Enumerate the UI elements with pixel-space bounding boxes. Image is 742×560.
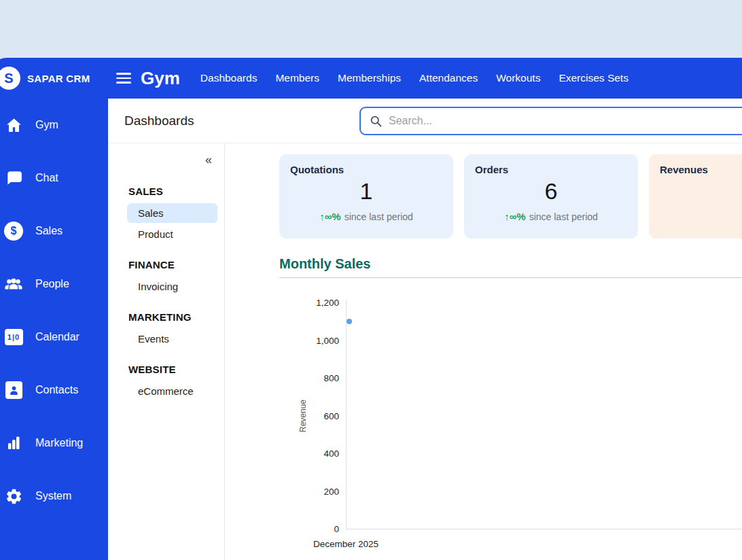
kpi-title: Revenues xyxy=(660,164,742,175)
y-tick: 600 xyxy=(279,411,339,421)
sidebar: S SAPAR CRM Gym Chat $ Sales People xyxy=(0,58,108,560)
kpi-caption: since last period xyxy=(344,211,413,222)
sidebar-item-calendar[interactable]: 1|0 Calendar xyxy=(0,311,108,364)
sidebar-item-chat[interactable]: Chat xyxy=(0,152,108,205)
hamburger-menu-icon[interactable] xyxy=(116,73,131,84)
main-column: Gym Dashboards Members Memberships Atten… xyxy=(108,58,742,560)
contact-card-icon xyxy=(3,381,24,399)
submenu-item-events[interactable]: Events xyxy=(127,329,217,349)
topnav-item-attendances[interactable]: Attendances xyxy=(419,72,478,84)
chart-title-divider xyxy=(279,277,742,278)
people-icon xyxy=(3,276,24,292)
submenu-section-marketing: MARKETING Events xyxy=(108,304,224,349)
y-tick: 1,000 xyxy=(279,336,339,346)
kpi-cards-row: Quotations 1 ↑∞%since last period Orders… xyxy=(279,154,742,239)
sidebar-item-label: Contacts xyxy=(35,384,78,396)
submenu-item-ecommerce[interactable]: eCommerce xyxy=(127,381,217,401)
y-tick: 400 xyxy=(279,449,339,459)
top-navigation: Dashboards Members Memberships Attendanc… xyxy=(200,72,629,84)
kpi-title: Quotations xyxy=(290,164,442,175)
sidebar-item-people[interactable]: People xyxy=(0,258,108,311)
search-input[interactable] xyxy=(389,115,742,127)
kpi-card-quotations[interactable]: Quotations 1 ↑∞%since last period xyxy=(279,154,453,239)
y-axis-line xyxy=(346,300,347,529)
kpi-title: Orders xyxy=(475,164,627,175)
kpi-value: 6 xyxy=(475,178,627,205)
submenu-section-title: WEBSITE xyxy=(108,357,224,380)
submenu-item-invoicing[interactable]: Invoicing xyxy=(127,277,217,296)
sidebar-item-sales[interactable]: $ Sales xyxy=(0,205,108,258)
kpi-caption: since last period xyxy=(529,211,598,222)
x-tick: December 2025 xyxy=(313,539,378,549)
y-tick: 800 xyxy=(279,373,339,383)
dashboard-content: Quotations 1 ↑∞%since last period Orders… xyxy=(225,143,742,560)
sidebar-item-label: Sales xyxy=(35,225,63,237)
submenu-section-sales: SALES Sales Product xyxy=(108,179,224,244)
submenu-item-sales[interactable]: Sales xyxy=(127,203,217,223)
brand-name: SAPAR CRM xyxy=(27,73,90,84)
sidebar-item-gym[interactable]: Gym xyxy=(0,99,108,152)
y-tick: 1,200 xyxy=(279,298,339,308)
kpi-card-orders[interactable]: Orders 6 ↑∞%since last period xyxy=(464,154,638,239)
body-row: « SALES Sales Product FINANCE Invoicing … xyxy=(108,143,742,560)
chart-title: Monthly Sales xyxy=(279,256,742,272)
topnav-item-memberships[interactable]: Memberships xyxy=(338,72,401,84)
topnav-item-members[interactable]: Members xyxy=(275,72,319,84)
y-tick: 200 xyxy=(279,487,339,497)
submenu-section-title: MARKETING xyxy=(108,304,224,328)
home-icon xyxy=(3,116,24,135)
chat-icon xyxy=(3,169,24,187)
kpi-footer: ↑∞%since last period xyxy=(475,211,627,222)
brand-logo-icon: S xyxy=(0,67,20,90)
page-title: Dashboards xyxy=(124,113,194,128)
kpi-card-revenues[interactable]: Revenues xyxy=(649,154,742,239)
topnav-item-exercises-sets[interactable]: Exercises Sets xyxy=(559,72,629,84)
data-point xyxy=(347,319,352,324)
monthly-sales-chart: Revenue 1,200 1,000 800 600 400 200 0 De… xyxy=(279,282,742,560)
dollar-icon: $ xyxy=(3,222,24,241)
submenu-section-title: FINANCE xyxy=(108,252,224,275)
search-box[interactable] xyxy=(359,107,742,135)
submenu-section-title: SALES xyxy=(108,179,224,202)
kpi-delta: ↑∞% xyxy=(504,211,526,222)
x-axis-line xyxy=(346,529,742,529)
collapse-sidebar-icon[interactable]: « xyxy=(205,153,212,167)
bar-chart-icon xyxy=(3,435,24,451)
sidebar-item-label: Calendar xyxy=(35,331,80,343)
sidebar-item-label: Marketing xyxy=(35,437,83,449)
sidebar-item-label: People xyxy=(35,278,69,290)
submenu-section-website: WEBSITE eCommerce xyxy=(108,357,224,401)
brand[interactable]: S SAPAR CRM xyxy=(0,58,108,99)
topbar: Gym Dashboards Members Memberships Atten… xyxy=(108,58,742,99)
sidebar-item-label: Chat xyxy=(35,172,58,184)
sidebar-item-system[interactable]: System xyxy=(0,470,108,523)
page-header: Dashboards xyxy=(108,99,742,143)
kpi-value: 1 xyxy=(290,178,442,205)
sidebar-item-marketing[interactable]: Marketing xyxy=(0,417,108,470)
search-icon xyxy=(369,114,383,128)
submenu-section-finance: FINANCE Invoicing xyxy=(108,252,224,296)
sidebar-item-contacts[interactable]: Contacts xyxy=(0,364,108,417)
sidebar-item-label: Gym xyxy=(35,119,58,131)
app-window: S SAPAR CRM Gym Chat $ Sales People xyxy=(0,58,742,560)
app-title: Gym xyxy=(141,68,180,89)
topnav-item-dashboards[interactable]: Dashboards xyxy=(200,72,258,84)
dollar-glyph: $ xyxy=(4,222,23,241)
topnav-item-workouts[interactable]: Workouts xyxy=(496,72,540,84)
sidebar-item-label: System xyxy=(35,490,71,502)
secondary-sidebar: « SALES Sales Product FINANCE Invoicing … xyxy=(108,143,225,560)
submenu-item-product[interactable]: Product xyxy=(127,224,217,244)
gear-icon xyxy=(3,487,24,506)
kpi-delta: ↑∞% xyxy=(319,211,341,222)
calendar-icon: 1|0 xyxy=(3,329,24,345)
kpi-footer: ↑∞%since last period xyxy=(290,211,442,222)
calendar-glyph: 1|0 xyxy=(5,329,23,345)
y-tick: 0 xyxy=(279,524,339,534)
